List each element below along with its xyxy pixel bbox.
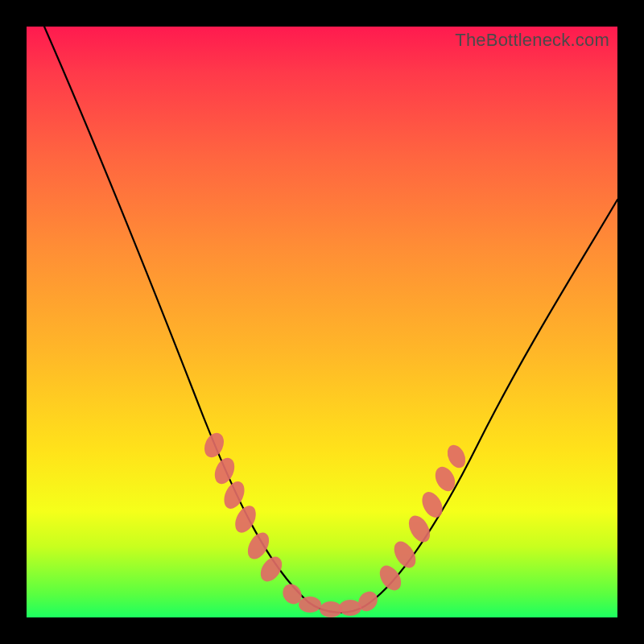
svg-point-1 (211, 455, 238, 487)
svg-point-12 (390, 538, 420, 572)
svg-point-14 (418, 489, 446, 521)
right-ascent-cluster (375, 442, 469, 594)
svg-point-9 (339, 600, 361, 616)
bottleneck-curve (44, 27, 617, 613)
svg-point-8 (320, 601, 342, 617)
svg-point-7 (299, 597, 321, 613)
valley-cluster (279, 580, 382, 617)
svg-point-5 (256, 553, 286, 585)
outer-frame: TheBottleneck.com (0, 0, 644, 644)
plot-area: TheBottleneck.com (27, 27, 617, 617)
svg-point-16 (444, 442, 469, 471)
svg-point-11 (375, 562, 405, 594)
svg-point-4 (243, 529, 273, 563)
svg-point-0 (200, 430, 227, 460)
chart-svg (27, 27, 617, 617)
